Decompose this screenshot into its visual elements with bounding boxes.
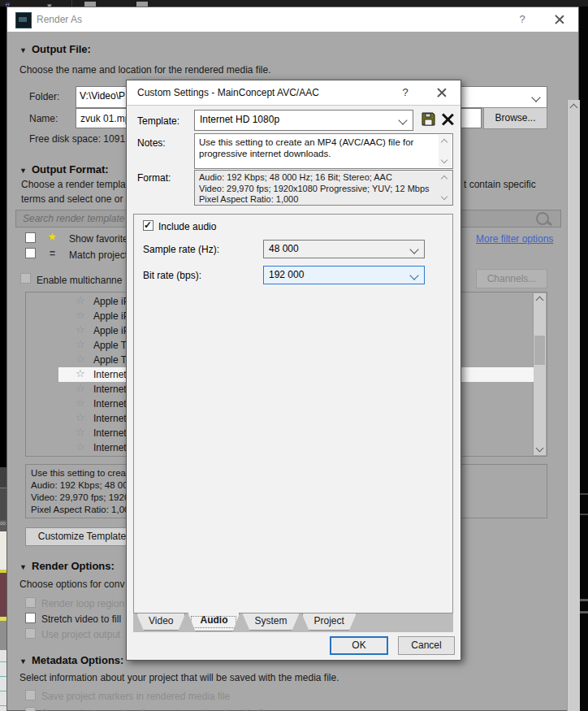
favorite-star-outline-icon[interactable]: ☆ — [76, 338, 85, 350]
metadata-option-row[interactable]: Save project markers in rendered media f… — [25, 689, 391, 706]
notes-textbox[interactable]: Use this setting to create an MP4 (AVC/A… — [194, 133, 453, 169]
template-combobox[interactable]: Internet HD 1080p — [194, 110, 413, 131]
favorite-star-icon: ★ — [47, 230, 58, 243]
sample-rate-label: Sample rate (Hz): — [143, 244, 219, 255]
collapse-triangle-icon[interactable]: ▼ — [19, 657, 27, 665]
tab[interactable]: Video — [136, 613, 185, 631]
favorite-star-outline-icon[interactable]: ☆ — [76, 367, 85, 379]
option-label: Save project as path reference in render… — [41, 708, 270, 711]
bit-rate-combobox[interactable]: 192 000 — [263, 266, 425, 284]
scroll-down-icon[interactable] — [441, 193, 447, 200]
tab[interactable]: System — [242, 613, 299, 631]
output-format-header[interactable]: Output Format: — [32, 163, 109, 176]
metadata-options-rows: Save project markers in rendered media f… — [25, 689, 391, 711]
toolbar-divider — [71, 0, 72, 7]
chevron-down-icon[interactable] — [409, 245, 418, 254]
search-icon[interactable] — [536, 212, 549, 225]
show-favorites-checkbox[interactable] — [25, 232, 36, 243]
favorite-star-outline-icon[interactable]: ☆ — [76, 294, 85, 306]
option-label: Use project output — [41, 629, 120, 640]
option-checkbox[interactable] — [25, 690, 36, 700]
output-file-description: Choose the name and location for the ren… — [19, 64, 271, 76]
tab[interactable]: Project — [302, 613, 357, 631]
bit-rate-value: 192 000 — [269, 269, 304, 280]
custom-settings-titlebar[interactable]: Custom Settings - MainConcept AVC/AAC ? — [127, 80, 460, 106]
close-icon[interactable] — [553, 13, 566, 26]
notes-scrollbar[interactable] — [439, 135, 452, 167]
bit-rate-label: Bit rate (bps): — [143, 270, 201, 281]
favorite-star-outline-icon[interactable]: ☆ — [76, 426, 85, 438]
scroll-up-icon[interactable] — [534, 294, 545, 306]
browse-button[interactable]: Browse... — [483, 107, 547, 129]
dropdown-caret-icon: ▾ — [47, 1, 52, 7]
custom-settings-dialog: Custom Settings - MainConcept AVC/AAC ? … — [126, 80, 461, 661]
cancel-button[interactable]: Cancel — [398, 636, 455, 655]
scroll-thumb[interactable] — [534, 336, 545, 365]
more-filter-options-link[interactable]: More filter options — [476, 233, 553, 245]
scroll-down-icon[interactable] — [534, 442, 545, 454]
option-checkbox[interactable] — [25, 628, 36, 639]
chevron-down-icon[interactable] — [409, 271, 418, 280]
tabs: VideoAudioSystemProject — [133, 613, 453, 631]
collapse-triangle-icon[interactable]: ▼ — [19, 563, 27, 571]
favorite-star-outline-icon[interactable]: ☆ — [76, 440, 85, 453]
delete-template-icon[interactable] — [440, 112, 455, 127]
app-toolbar: # ▾ — [0, 0, 588, 7]
notes-text: Use this setting to create an MP4 (AVC/A… — [199, 137, 433, 159]
scroll-up-icon[interactable] — [441, 176, 447, 182]
template-label: Internet — [93, 384, 127, 395]
custom-settings-title: Custom Settings - MainConcept AVC/AAC — [137, 87, 319, 98]
sample-rate-combobox[interactable]: 48 000 — [263, 240, 425, 258]
metadata-option-row[interactable]: Save project as path reference in render… — [25, 706, 391, 711]
favorite-star-outline-icon[interactable]: ☆ — [76, 397, 85, 409]
help-button[interactable]: ? — [399, 86, 412, 98]
tab[interactable]: Audio — [188, 613, 240, 631]
favorite-star-outline-icon[interactable]: ☆ — [76, 323, 85, 336]
option-label: Render loop region — [41, 598, 124, 609]
include-audio-checkbox[interactable] — [143, 220, 153, 231]
favorite-star-outline-icon[interactable]: ☆ — [76, 353, 85, 365]
render-as-titlebar[interactable]: Render As ? — [7, 7, 578, 32]
format-line: Video: 29,970 fps; 1920x1080 Progressive… — [199, 184, 430, 195]
save-template-icon[interactable] — [422, 112, 435, 126]
scroll-down-icon[interactable] — [441, 157, 447, 163]
option-checkbox[interactable] — [25, 707, 36, 711]
metadata-options-header[interactable]: Metadata Options: — [32, 654, 123, 666]
search-placeholder: Search render template — [23, 213, 124, 224]
ok-button[interactable]: OK — [330, 636, 388, 655]
chevron-down-icon[interactable] — [398, 115, 407, 124]
sample-rate-value: 48 000 — [269, 243, 299, 254]
option-label: Save project markers in rendered media f… — [41, 691, 230, 702]
template-description-line: Audio: 192 Kbps; 48 00 — [31, 479, 129, 492]
match-project-checkbox[interactable] — [25, 248, 36, 258]
grid-icon: # — [5, 1, 10, 7]
favorite-star-outline-icon[interactable]: ☆ — [76, 309, 85, 321]
collapse-triangle-icon[interactable]: ▼ — [19, 167, 27, 175]
scroll-up-icon[interactable] — [441, 139, 447, 145]
timecode-label: 00: — [0, 520, 6, 531]
match-project-label: Match project — [69, 249, 128, 261]
output-format-description: Choose a render templat — [21, 179, 128, 190]
favorite-star-outline-icon[interactable]: ☆ — [76, 411, 85, 423]
template-label: Internet — [93, 398, 127, 410]
template-list-scrollbar[interactable] — [533, 293, 546, 455]
main-scrollbar[interactable] — [567, 100, 580, 711]
favorite-star-outline-icon[interactable]: ☆ — [76, 382, 85, 394]
tab-strip: VideoAudioSystemProject — [133, 613, 453, 632]
option-label: Stretch video to fill — [41, 613, 121, 625]
enable-multichannel-label: Enable multichanne — [37, 275, 122, 286]
option-checkbox[interactable] — [25, 597, 36, 608]
collapse-triangle-icon[interactable]: ▼ — [19, 46, 27, 54]
chevron-down-icon[interactable] — [531, 93, 540, 102]
output-file-header[interactable]: Output File: — [32, 43, 91, 55]
scroll-up-icon[interactable] — [569, 102, 579, 114]
option-checkbox[interactable] — [25, 613, 36, 623]
name-label: Name: — [29, 113, 58, 124]
help-button[interactable]: ? — [516, 13, 529, 25]
close-icon[interactable] — [435, 86, 448, 99]
match-project-icon: = — [50, 248, 55, 259]
template-value: Internet HD 1080p — [200, 114, 279, 125]
format-scrollbar[interactable] — [439, 171, 452, 204]
render-options-header[interactable]: Render Options: — [32, 560, 115, 572]
output-format-description-line2: terms and select one or r — [21, 193, 129, 205]
